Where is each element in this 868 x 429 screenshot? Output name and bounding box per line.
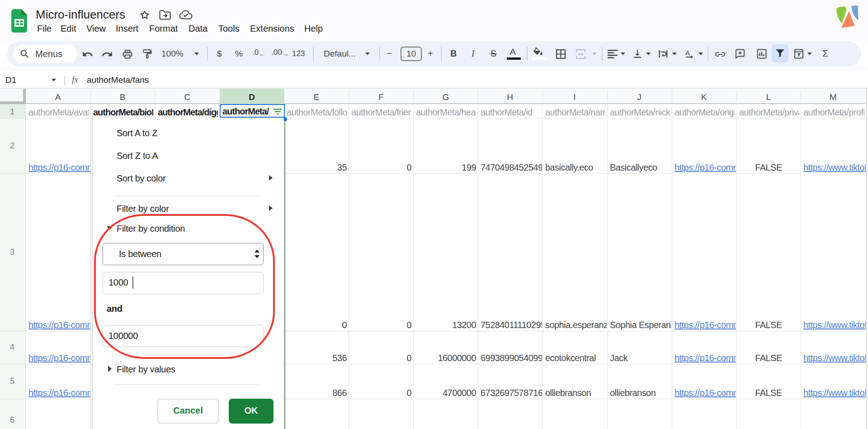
svg-text:A: A	[685, 49, 690, 57]
